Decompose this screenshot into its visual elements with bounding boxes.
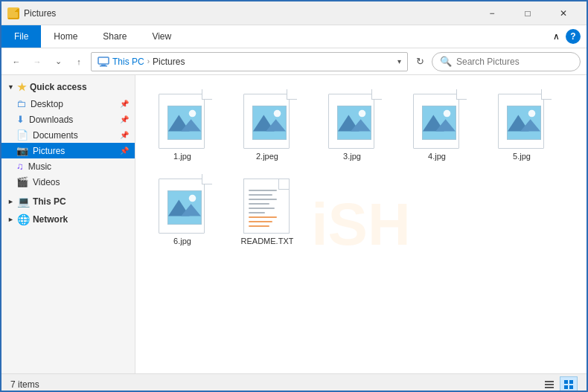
pc-icon: 💻 — [17, 196, 30, 208]
videos-icon: 🎬 — [16, 176, 28, 187]
file-item-1jpg[interactable]: 1.jpg — [141, 84, 223, 166]
file-item-3jpg[interactable]: 3.jpg — [311, 84, 393, 166]
forward-button[interactable]: → — [28, 53, 46, 71]
sidebar-item-pictures[interactable]: 📷 Pictures 📌 — [1, 143, 135, 158]
this-pc-label: This PC — [33, 196, 66, 207]
quick-access-header[interactable]: ▼ ★ Quick access — [1, 78, 135, 96]
ribbon: File Home Share View ∧ ? — [1, 25, 587, 48]
path-dropdown-button[interactable]: ▾ — [397, 57, 401, 65]
svg-rect-30 — [545, 384, 554, 385]
file-label-4jpg: 4.jpg — [428, 152, 446, 161]
svg-rect-33 — [569, 380, 573, 384]
svg-point-28 — [189, 195, 196, 202]
sidebar-item-music[interactable]: ♫ Music — [1, 158, 135, 174]
svg-rect-2 — [98, 57, 109, 64]
svg-rect-31 — [545, 387, 554, 388]
network-header[interactable]: ► 🌐 Network — [1, 211, 135, 228]
mountain-svg-5 — [508, 106, 540, 139]
txt-line-1 — [249, 190, 277, 191]
svg-rect-21 — [508, 106, 540, 139]
this-pc-header[interactable]: ► 💻 This PC — [1, 193, 135, 211]
refresh-button[interactable]: ↻ — [411, 53, 429, 71]
file-icon-2jpeg — [237, 89, 297, 149]
address-path[interactable]: This PC › Pictures ▾ — [91, 52, 408, 71]
txt-line-4 — [249, 203, 269, 205]
txt-line-3 — [249, 199, 277, 200]
svg-rect-4 — [100, 65, 107, 67]
search-input[interactable] — [456, 57, 572, 67]
paper-corner-fold-2 — [287, 89, 297, 100]
sidebar-pictures-label: Pictures — [33, 146, 65, 156]
help-button[interactable]: ? — [566, 29, 581, 44]
file-icon-5jpg — [492, 89, 552, 149]
txt-line-2 — [249, 194, 272, 196]
mountain-svg-4 — [423, 106, 456, 139]
txt-paper — [243, 179, 290, 234]
list-view-button[interactable] — [540, 376, 558, 393]
minimize-button[interactable]: − — [475, 2, 509, 25]
svg-rect-13 — [338, 106, 371, 139]
img-preview-2jpeg — [252, 106, 287, 140]
img-preview-4jpg — [422, 106, 456, 140]
svg-rect-35 — [569, 385, 573, 389]
quick-access-label: Quick access — [30, 82, 87, 92]
sidebar-documents-label: Documents — [33, 130, 78, 141]
svg-rect-0 — [9, 12, 18, 18]
file-item-readme[interactable]: README.TXT — [226, 169, 308, 251]
quick-access-star-icon: ★ — [17, 81, 27, 93]
tab-home[interactable]: Home — [41, 25, 90, 48]
network-chevron: ► — [7, 216, 14, 223]
file-item-4jpg[interactable]: 4.jpg — [396, 84, 478, 166]
file-icon-1jpg — [153, 89, 212, 149]
ribbon-tabs: File Home Share View ∧ ? — [1, 25, 587, 48]
txt-line-6 — [249, 212, 265, 213]
img-preview-5jpg — [507, 106, 541, 140]
search-icon: 🔍 — [440, 56, 452, 67]
svg-rect-5 — [168, 106, 201, 139]
app-icon — [7, 7, 19, 19]
sidebar-item-downloads[interactable]: ⬇ Downloads 📌 — [1, 112, 135, 127]
svg-point-8 — [189, 110, 196, 118]
path-this-pc[interactable]: This PC — [112, 57, 144, 67]
pin-icon-pictures: 📌 — [120, 147, 129, 155]
file-label-readme: README.TXT — [241, 237, 294, 245]
ribbon-chevron[interactable]: ∧ ? — [547, 25, 587, 48]
sidebar-item-desktop[interactable]: 🗀 Desktop 📌 — [1, 96, 135, 112]
view-controls — [540, 376, 578, 393]
svg-rect-17 — [423, 106, 456, 139]
tab-share[interactable]: Share — [90, 25, 139, 48]
dropdown-recent-button[interactable]: ⌄ — [49, 53, 67, 71]
main-layout: ▼ ★ Quick access 🗀 Desktop 📌 ⬇ Downloads… — [1, 75, 587, 373]
sidebar-item-documents[interactable]: 📄 Documents 📌 — [1, 127, 135, 143]
svg-rect-1 — [9, 10, 13, 13]
back-button[interactable]: ← — [7, 53, 25, 71]
pin-icon-downloads: 📌 — [120, 115, 129, 123]
title-bar: Pictures − □ ✕ — [1, 1, 587, 25]
file-label-2jpeg: 2.jpeg — [256, 152, 278, 161]
pin-icon-documents: 📌 — [120, 131, 129, 139]
file-item-5jpg[interactable]: 5.jpg — [481, 84, 563, 166]
sidebar-music-label: Music — [28, 161, 51, 172]
close-button[interactable]: ✕ — [546, 2, 581, 25]
search-box[interactable]: 🔍 — [432, 52, 581, 71]
pictures-icon: 📷 — [16, 145, 28, 156]
svg-point-20 — [444, 110, 451, 118]
txt-line-5 — [249, 208, 275, 209]
mountain-svg-1 — [168, 106, 201, 139]
file-item-6jpg[interactable]: 6.jpg — [141, 169, 223, 251]
file-label-3jpg: 3.jpg — [343, 152, 361, 161]
sidebar-item-videos[interactable]: 🎬 Videos — [1, 174, 135, 190]
mountain-svg-3 — [338, 106, 371, 139]
tab-view[interactable]: View — [139, 25, 184, 48]
file-label-1jpg: 1.jpg — [173, 152, 191, 161]
sidebar: ▼ ★ Quick access 🗀 Desktop 📌 ⬇ Downloads… — [1, 75, 135, 373]
maximize-button[interactable]: □ — [511, 2, 545, 25]
computer-icon — [98, 57, 109, 67]
txt-line-8 — [249, 221, 272, 222]
up-button[interactable]: ↑ — [70, 53, 88, 71]
documents-icon: 📄 — [16, 129, 28, 141]
tab-file[interactable]: File — [1, 25, 41, 48]
file-item-2jpeg[interactable]: 2.jpeg — [226, 84, 308, 166]
mountain-svg-6 — [168, 191, 201, 224]
grid-view-button[interactable] — [560, 376, 578, 393]
